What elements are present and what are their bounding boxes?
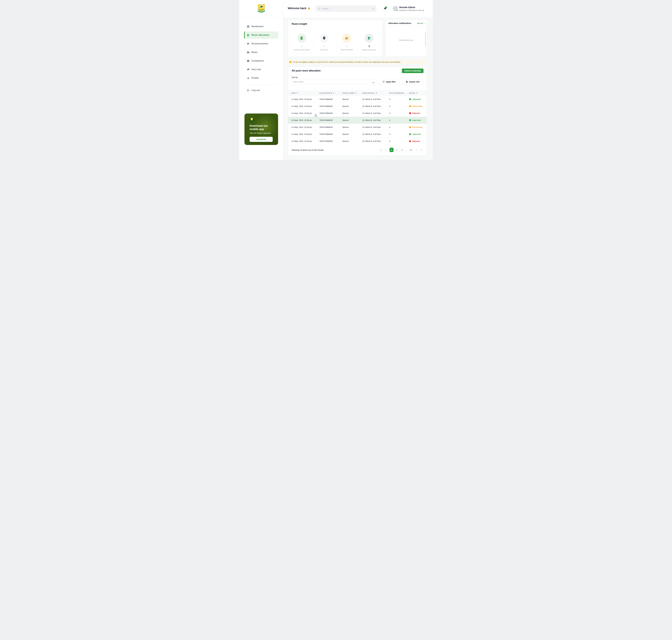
cell-date: 14 Sept. 2025, 10:36 pm: [291, 98, 319, 100]
sidebar-item-news[interactable]: News: [244, 49, 278, 56]
people-icon: [345, 36, 349, 40]
cell-date: 14 Sept. 2025, 10:36 pm: [291, 112, 319, 114]
scrollbar-thumb[interactable]: [425, 32, 426, 46]
stat-label: Total past hostels: [362, 49, 376, 51]
sidebar-item-dashboard[interactable]: Dashboard: [244, 23, 278, 30]
column-header-room-details[interactable]: ROOM DETAILS: [362, 92, 389, 94]
table-row[interactable]: 14 Sept. 2025, 10:36 pm7R457HMMK65Moremi…: [288, 138, 427, 145]
stat-label: Total Rommate: [341, 49, 353, 51]
sort-icon: [355, 92, 357, 94]
table-row[interactable]: 14 Sept. 2025, 10:36 pm7R457HMMK65Moremi…: [288, 103, 427, 110]
submit-credentials-button[interactable]: Submit credentials: [402, 69, 424, 73]
download-app-card: Download our mobile app Take the simpler…: [244, 114, 278, 145]
stat-icon-circle: [364, 34, 373, 43]
table-row[interactable]: 14 Sept. 2025, 10:36 pm7R457HMMK65Moremi…: [288, 117, 427, 124]
person-icon: [247, 77, 249, 79]
page-button-1[interactable]: 1: [389, 148, 394, 152]
status-label: Approved: [412, 119, 421, 121]
room-allocation-dashboard: CRESCENT UNIVERSITY ABEOKUTA, OGUN STATE…: [239, 0, 433, 160]
column-label: NO OF ROOMATES: [389, 92, 404, 94]
allocation-notifications-card: Allocation notifications See all Nothing…: [385, 20, 427, 57]
status-label: Processing: [412, 105, 422, 107]
spinner-circle-icon: [409, 105, 411, 107]
alert-circle-icon: [409, 112, 411, 114]
table-row[interactable]: 14 Sept. 2025, 10:36 pm7R457HMMK65Moremi…: [288, 124, 427, 131]
stat-value: -: [346, 45, 347, 48]
last-page-button[interactable]: »: [419, 148, 424, 152]
app-logo-icon: [249, 117, 254, 121]
university-logo: CRESCENT UNIVERSITY ABEOKUTA, OGUN STATE…: [239, 0, 283, 17]
stat-icon-circle: [297, 34, 306, 43]
search-input[interactable]: [322, 8, 372, 10]
cell-allocation-id: 7R457HMMK65: [319, 133, 342, 135]
sort-dropdown-value: Most recent: [294, 81, 303, 83]
column-label: HOSTEL NAME: [342, 92, 354, 94]
column-header-no-of-roomates: NO OF ROOMATES: [389, 92, 409, 94]
user-email: koladecsc204567@csu.edu.ng: [399, 9, 424, 11]
svg-text:NIGERIA: NIGERIA: [260, 10, 262, 11]
check-circle-icon: [409, 98, 411, 100]
cell-date: 14 Sept. 2025, 10:36 pm: [291, 119, 319, 121]
cell-allocation-id: 7R457HMMK65: [319, 126, 342, 128]
search-icon: [318, 8, 320, 10]
stat-label: Current hostel name: [294, 49, 310, 51]
notifications-bell-button[interactable]: 4: [382, 6, 388, 12]
sidebar-item-profile[interactable]: Profile: [244, 74, 278, 82]
sidebar-item-label: Profile: [252, 77, 259, 79]
apply-filter-button[interactable]: Apply filter: [378, 79, 400, 84]
cell-roommates: 4: [389, 140, 409, 142]
export-csv-button[interactable]: Export CSV: [402, 79, 424, 84]
user-avatar[interactable]: [393, 6, 398, 11]
column-header-date[interactable]: DATE: [291, 92, 319, 94]
table-row[interactable]: 14 Sept. 2025, 10:36 pm7R457HMMK65Moremi…: [288, 96, 427, 103]
room-insight-card: Room insight -Current hostel name-Room N…: [288, 20, 382, 57]
status-label: Processing: [412, 126, 422, 128]
cell-date: 14 Sept. 2025, 10:36 pm: [291, 133, 319, 135]
eligibility-warning-banner: ! You are not eligible to apply for a ro…: [288, 60, 427, 64]
status-badge: Rejected: [409, 112, 427, 114]
online-status-dot: [397, 10, 398, 11]
prev-page-button[interactable]: ‹: [384, 148, 388, 152]
cell-roommates: 4: [389, 133, 409, 135]
see-all-link[interactable]: See all: [417, 22, 425, 24]
welcome-text: Welcome back: [288, 7, 306, 10]
column-header-status[interactable]: STATUS: [409, 92, 427, 94]
sidebar-item-ask-chat[interactable]: Ask chat: [244, 66, 278, 73]
notifications-empty-text: Nothing here yet: [399, 39, 413, 41]
stat-card-total-past-hostels: 3Total past hostels: [359, 31, 380, 54]
column-label: ROOM DETAILS: [362, 92, 375, 94]
download-button[interactable]: Download: [249, 137, 273, 142]
column-label: ALLOCATION ID: [319, 92, 332, 94]
table-row[interactable]: 14 Sept. 2025, 10:36 pm7R457HMMK65Moremi…: [288, 110, 427, 117]
check-circle-icon: [409, 133, 411, 135]
table-row[interactable]: 14 Sept. 2025, 10:36 pm7R457HMMK65Moremi…: [288, 131, 427, 138]
sidebar-item-complaints[interactable]: ?Complaints: [244, 57, 278, 64]
sort-by-label: Sort by: [292, 76, 298, 78]
column-header-allocation-id[interactable]: ALLOCATION ID: [319, 92, 342, 94]
stat-icon-circle: [320, 34, 329, 43]
waving-hand-icon: [308, 7, 311, 10]
column-header-hostel-name[interactable]: HOSTEL NAME: [342, 92, 362, 94]
cell-allocation-id: 7R457HMMK65: [319, 112, 342, 114]
next-page-button[interactable]: ›: [414, 148, 418, 152]
megaphone-icon: [247, 42, 249, 45]
stat-icon-circle: [342, 34, 351, 43]
status-badge: Rejected: [409, 140, 427, 142]
page-button-10[interactable]: 10: [409, 148, 413, 152]
sidebar-item-announcement[interactable]: Announcement: [244, 40, 278, 47]
allocations-title: All past room allocation: [292, 69, 320, 72]
welcome-heading: Welcome back: [288, 7, 311, 10]
cell-allocation-id: 7R457HMMK65: [319, 119, 342, 121]
stat-value: -: [324, 45, 325, 48]
sidebar-item-room-allocation[interactable]: Room allocation: [244, 31, 278, 39]
cell-hostel-name: Moremi: [342, 140, 362, 142]
first-page-button[interactable]: «: [379, 148, 383, 152]
pagination: «‹123...10›»: [379, 148, 424, 152]
clear-search-icon[interactable]: [372, 8, 374, 10]
sidebar-item-logout[interactable]: Log out: [244, 87, 278, 94]
page-button-2[interactable]: 2: [395, 148, 399, 152]
sort-dropdown[interactable]: Most recent: [291, 79, 376, 84]
news-icon: [247, 51, 249, 54]
page-button-3[interactable]: 3: [400, 148, 404, 152]
room-insight-title: Room insight: [288, 20, 382, 25]
